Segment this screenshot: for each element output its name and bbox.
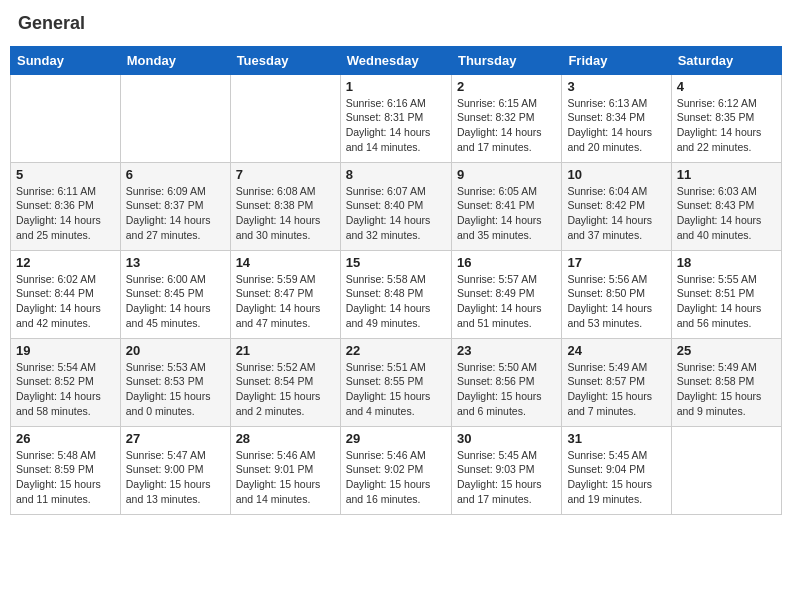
calendar-cell: 31Sunrise: 5:45 AM Sunset: 9:04 PM Dayli…	[562, 426, 671, 514]
logo-text: General	[18, 14, 85, 34]
day-info: Sunrise: 5:59 AM Sunset: 8:47 PM Dayligh…	[236, 272, 335, 331]
calendar-cell: 24Sunrise: 5:49 AM Sunset: 8:57 PM Dayli…	[562, 338, 671, 426]
day-info: Sunrise: 6:09 AM Sunset: 8:37 PM Dayligh…	[126, 184, 225, 243]
calendar-cell: 29Sunrise: 5:46 AM Sunset: 9:02 PM Dayli…	[340, 426, 451, 514]
calendar-cell: 6Sunrise: 6:09 AM Sunset: 8:37 PM Daylig…	[120, 162, 230, 250]
calendar-cell: 22Sunrise: 5:51 AM Sunset: 8:55 PM Dayli…	[340, 338, 451, 426]
day-number: 11	[677, 167, 776, 182]
day-number: 3	[567, 79, 665, 94]
day-number: 1	[346, 79, 446, 94]
calendar-cell	[230, 74, 340, 162]
calendar-cell: 13Sunrise: 6:00 AM Sunset: 8:45 PM Dayli…	[120, 250, 230, 338]
calendar-week-1: 1Sunrise: 6:16 AM Sunset: 8:31 PM Daylig…	[11, 74, 782, 162]
day-info: Sunrise: 6:12 AM Sunset: 8:35 PM Dayligh…	[677, 96, 776, 155]
weekday-saturday: Saturday	[671, 46, 781, 74]
day-number: 7	[236, 167, 335, 182]
day-info: Sunrise: 5:46 AM Sunset: 9:02 PM Dayligh…	[346, 448, 446, 507]
day-info: Sunrise: 5:54 AM Sunset: 8:52 PM Dayligh…	[16, 360, 115, 419]
day-info: Sunrise: 6:02 AM Sunset: 8:44 PM Dayligh…	[16, 272, 115, 331]
weekday-thursday: Thursday	[451, 46, 561, 74]
day-number: 9	[457, 167, 556, 182]
day-info: Sunrise: 5:49 AM Sunset: 8:57 PM Dayligh…	[567, 360, 665, 419]
calendar-cell: 28Sunrise: 5:46 AM Sunset: 9:01 PM Dayli…	[230, 426, 340, 514]
day-number: 20	[126, 343, 225, 358]
weekday-wednesday: Wednesday	[340, 46, 451, 74]
day-number: 25	[677, 343, 776, 358]
day-number: 23	[457, 343, 556, 358]
day-number: 30	[457, 431, 556, 446]
calendar-body: 1Sunrise: 6:16 AM Sunset: 8:31 PM Daylig…	[11, 74, 782, 514]
calendar-cell: 27Sunrise: 5:47 AM Sunset: 9:00 PM Dayli…	[120, 426, 230, 514]
day-number: 10	[567, 167, 665, 182]
day-number: 8	[346, 167, 446, 182]
day-number: 13	[126, 255, 225, 270]
day-info: Sunrise: 5:51 AM Sunset: 8:55 PM Dayligh…	[346, 360, 446, 419]
day-number: 2	[457, 79, 556, 94]
calendar-cell	[11, 74, 121, 162]
weekday-monday: Monday	[120, 46, 230, 74]
weekday-tuesday: Tuesday	[230, 46, 340, 74]
calendar-cell: 23Sunrise: 5:50 AM Sunset: 8:56 PM Dayli…	[451, 338, 561, 426]
calendar-week-5: 26Sunrise: 5:48 AM Sunset: 8:59 PM Dayli…	[11, 426, 782, 514]
day-number: 27	[126, 431, 225, 446]
calendar-cell: 4Sunrise: 6:12 AM Sunset: 8:35 PM Daylig…	[671, 74, 781, 162]
calendar-cell: 16Sunrise: 5:57 AM Sunset: 8:49 PM Dayli…	[451, 250, 561, 338]
weekday-friday: Friday	[562, 46, 671, 74]
calendar-cell: 19Sunrise: 5:54 AM Sunset: 8:52 PM Dayli…	[11, 338, 121, 426]
day-info: Sunrise: 5:45 AM Sunset: 9:04 PM Dayligh…	[567, 448, 665, 507]
calendar-cell: 8Sunrise: 6:07 AM Sunset: 8:40 PM Daylig…	[340, 162, 451, 250]
calendar-cell: 18Sunrise: 5:55 AM Sunset: 8:51 PM Dayli…	[671, 250, 781, 338]
calendar-cell	[120, 74, 230, 162]
logo: General	[18, 14, 85, 34]
calendar-table: SundayMondayTuesdayWednesdayThursdayFrid…	[10, 46, 782, 515]
day-info: Sunrise: 6:08 AM Sunset: 8:38 PM Dayligh…	[236, 184, 335, 243]
day-number: 14	[236, 255, 335, 270]
calendar-cell: 25Sunrise: 5:49 AM Sunset: 8:58 PM Dayli…	[671, 338, 781, 426]
day-number: 15	[346, 255, 446, 270]
day-number: 17	[567, 255, 665, 270]
day-info: Sunrise: 5:55 AM Sunset: 8:51 PM Dayligh…	[677, 272, 776, 331]
calendar-cell: 15Sunrise: 5:58 AM Sunset: 8:48 PM Dayli…	[340, 250, 451, 338]
calendar-cell: 1Sunrise: 6:16 AM Sunset: 8:31 PM Daylig…	[340, 74, 451, 162]
day-number: 12	[16, 255, 115, 270]
day-info: Sunrise: 6:15 AM Sunset: 8:32 PM Dayligh…	[457, 96, 556, 155]
day-info: Sunrise: 5:50 AM Sunset: 8:56 PM Dayligh…	[457, 360, 556, 419]
calendar-cell: 17Sunrise: 5:56 AM Sunset: 8:50 PM Dayli…	[562, 250, 671, 338]
page-header: General	[10, 10, 782, 38]
day-number: 5	[16, 167, 115, 182]
day-info: Sunrise: 6:00 AM Sunset: 8:45 PM Dayligh…	[126, 272, 225, 331]
day-info: Sunrise: 6:03 AM Sunset: 8:43 PM Dayligh…	[677, 184, 776, 243]
day-number: 19	[16, 343, 115, 358]
day-info: Sunrise: 5:48 AM Sunset: 8:59 PM Dayligh…	[16, 448, 115, 507]
calendar-cell: 12Sunrise: 6:02 AM Sunset: 8:44 PM Dayli…	[11, 250, 121, 338]
day-number: 22	[346, 343, 446, 358]
calendar-week-2: 5Sunrise: 6:11 AM Sunset: 8:36 PM Daylig…	[11, 162, 782, 250]
day-number: 29	[346, 431, 446, 446]
day-info: Sunrise: 5:58 AM Sunset: 8:48 PM Dayligh…	[346, 272, 446, 331]
calendar-cell: 2Sunrise: 6:15 AM Sunset: 8:32 PM Daylig…	[451, 74, 561, 162]
day-number: 6	[126, 167, 225, 182]
calendar-cell: 30Sunrise: 5:45 AM Sunset: 9:03 PM Dayli…	[451, 426, 561, 514]
day-info: Sunrise: 6:13 AM Sunset: 8:34 PM Dayligh…	[567, 96, 665, 155]
day-info: Sunrise: 5:56 AM Sunset: 8:50 PM Dayligh…	[567, 272, 665, 331]
calendar-cell: 21Sunrise: 5:52 AM Sunset: 8:54 PM Dayli…	[230, 338, 340, 426]
day-info: Sunrise: 6:07 AM Sunset: 8:40 PM Dayligh…	[346, 184, 446, 243]
day-info: Sunrise: 5:53 AM Sunset: 8:53 PM Dayligh…	[126, 360, 225, 419]
day-info: Sunrise: 5:46 AM Sunset: 9:01 PM Dayligh…	[236, 448, 335, 507]
day-info: Sunrise: 6:11 AM Sunset: 8:36 PM Dayligh…	[16, 184, 115, 243]
day-number: 28	[236, 431, 335, 446]
day-number: 21	[236, 343, 335, 358]
calendar-cell: 3Sunrise: 6:13 AM Sunset: 8:34 PM Daylig…	[562, 74, 671, 162]
calendar-cell: 26Sunrise: 5:48 AM Sunset: 8:59 PM Dayli…	[11, 426, 121, 514]
day-number: 16	[457, 255, 556, 270]
calendar-cell: 9Sunrise: 6:05 AM Sunset: 8:41 PM Daylig…	[451, 162, 561, 250]
calendar-cell: 20Sunrise: 5:53 AM Sunset: 8:53 PM Dayli…	[120, 338, 230, 426]
calendar-cell: 7Sunrise: 6:08 AM Sunset: 8:38 PM Daylig…	[230, 162, 340, 250]
day-info: Sunrise: 5:52 AM Sunset: 8:54 PM Dayligh…	[236, 360, 335, 419]
calendar-cell	[671, 426, 781, 514]
day-number: 18	[677, 255, 776, 270]
calendar-week-4: 19Sunrise: 5:54 AM Sunset: 8:52 PM Dayli…	[11, 338, 782, 426]
day-number: 26	[16, 431, 115, 446]
day-info: Sunrise: 5:49 AM Sunset: 8:58 PM Dayligh…	[677, 360, 776, 419]
day-info: Sunrise: 6:04 AM Sunset: 8:42 PM Dayligh…	[567, 184, 665, 243]
